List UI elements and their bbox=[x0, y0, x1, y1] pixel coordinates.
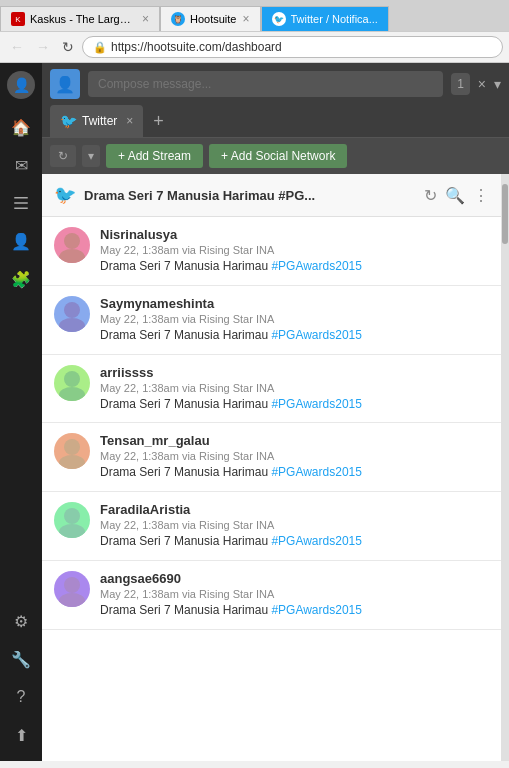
svg-point-1 bbox=[59, 249, 85, 263]
stream-controls: ↻ ▾ + Add Stream + Add Social Network bbox=[42, 138, 509, 174]
kaskus-tab-close[interactable]: × bbox=[142, 12, 149, 26]
add-stream-button[interactable]: + Add Stream bbox=[106, 144, 203, 168]
vertical-scrollbar[interactable] bbox=[501, 174, 509, 761]
twitter-tab-close-button[interactable]: × bbox=[126, 114, 133, 128]
tweet-item: Nisrinalusya May 22, 1:38am via Rising S… bbox=[42, 217, 501, 286]
sidebar-item-contacts[interactable]: 👤 bbox=[3, 223, 39, 259]
sidebar-item-settings[interactable]: ⚙ bbox=[3, 603, 39, 639]
tweet-hashtag-link[interactable]: #PGAwards2015 bbox=[271, 603, 362, 617]
svg-point-0 bbox=[64, 233, 80, 249]
compose-clear-button[interactable]: × bbox=[478, 76, 486, 92]
svg-point-6 bbox=[64, 439, 80, 455]
sidebar-item-help[interactable]: ? bbox=[3, 679, 39, 715]
tweet-avatar bbox=[54, 502, 90, 538]
tweet-username[interactable]: Tensan_mr_galau bbox=[100, 433, 489, 448]
stream-more-icon[interactable]: ⋮ bbox=[473, 186, 489, 205]
stream-title: Drama Seri 7 Manusia Harimau #PG... bbox=[84, 188, 416, 203]
tweet-avatar bbox=[54, 365, 90, 401]
sidebar: 👤 🏠 ✉ 👤 🧩 ⚙ 🔧 ? ⬆ bbox=[0, 63, 42, 761]
tweet-hashtag-link[interactable]: #PGAwards2015 bbox=[271, 397, 362, 411]
tab-twitter[interactable]: 🐦 Twitter / Notifica... bbox=[261, 6, 389, 31]
stream-dropdown-button[interactable]: ▾ bbox=[82, 145, 100, 167]
sidebar-bottom: ⚙ 🔧 ? ⬆ bbox=[3, 603, 39, 753]
twitter-tab-title: Twitter / Notifica... bbox=[291, 13, 378, 25]
compose-input[interactable] bbox=[88, 71, 443, 97]
tweet-content: arriissss May 22, 1:38am via Rising Star… bbox=[100, 365, 489, 413]
tweet-avatar bbox=[54, 296, 90, 332]
add-social-network-button[interactable]: + Add Social Network bbox=[209, 144, 347, 168]
tweet-item: FaradilaAristia May 22, 1:38am via Risin… bbox=[42, 492, 501, 561]
tab-bar: K Kaskus - The Largest Indo... × 🦉 Hoots… bbox=[0, 0, 509, 31]
tweet-hashtag-link[interactable]: #PGAwards2015 bbox=[271, 328, 362, 342]
app: 👤 🏠 ✉ 👤 🧩 ⚙ 🔧 ? ⬆ 👤 1 × ▾ bbox=[0, 63, 509, 761]
twitter-content-tab[interactable]: 🐦 Twitter × bbox=[50, 105, 143, 137]
tweet-content: aangsae6690 May 22, 1:38am via Rising St… bbox=[100, 571, 489, 619]
sidebar-user-avatar[interactable]: 👤 bbox=[7, 71, 35, 99]
tweet-avatar bbox=[54, 227, 90, 263]
kaskus-favicon: K bbox=[11, 12, 25, 26]
svg-point-2 bbox=[64, 302, 80, 318]
tweet-content: Tensan_mr_galau May 22, 1:38am via Risin… bbox=[100, 433, 489, 481]
stream-refresh-icon[interactable]: ↻ bbox=[424, 186, 437, 205]
forward-button[interactable]: → bbox=[32, 37, 54, 57]
tweet-avatar bbox=[54, 571, 90, 607]
sidebar-item-compose[interactable]: ✉ bbox=[3, 147, 39, 183]
tweet-item: Tensan_mr_galau May 22, 1:38am via Risin… bbox=[42, 423, 501, 492]
tweet-item: arriissss May 22, 1:38am via Rising Star… bbox=[42, 355, 501, 424]
tweet-text: Drama Seri 7 Manusia Harimau #PGAwards20… bbox=[100, 602, 489, 619]
tab-kaskus[interactable]: K Kaskus - The Largest Indo... × bbox=[0, 6, 160, 31]
tweet-text: Drama Seri 7 Manusia Harimau #PGAwards20… bbox=[100, 533, 489, 550]
compose-dropdown-button[interactable]: ▾ bbox=[494, 76, 501, 92]
address-bar-row: ← → ↻ 🔒 https://hootsuite.com/dashboard bbox=[0, 31, 509, 62]
tweet-meta: May 22, 1:38am via Rising Star INA bbox=[100, 519, 489, 531]
tweet-hashtag-link[interactable]: #PGAwards2015 bbox=[271, 534, 362, 548]
svg-point-4 bbox=[64, 371, 80, 387]
add-tab-button[interactable]: + bbox=[147, 111, 170, 132]
twitter-tab-bird-icon: 🐦 bbox=[60, 113, 77, 129]
tweet-username[interactable]: FaradilaAristia bbox=[100, 502, 489, 517]
tweet-meta: May 22, 1:38am via Rising Star INA bbox=[100, 450, 489, 462]
sidebar-item-publisher[interactable] bbox=[3, 185, 39, 221]
tweet-text: Drama Seri 7 Manusia Harimau #PGAwards20… bbox=[100, 464, 489, 481]
svg-point-3 bbox=[59, 318, 85, 332]
tweet-hashtag-link[interactable]: #PGAwards2015 bbox=[271, 259, 362, 273]
tab-hootsuite[interactable]: 🦉 Hootsuite × bbox=[160, 6, 261, 31]
svg-point-5 bbox=[59, 387, 85, 401]
content-tab-bar: 🐦 Twitter × + bbox=[42, 105, 509, 138]
scroll-thumb[interactable] bbox=[502, 184, 508, 244]
tweet-hashtag-link[interactable]: #PGAwards2015 bbox=[271, 465, 362, 479]
refresh-button[interactable]: ↻ bbox=[50, 145, 76, 167]
stream-area: 🐦 Drama Seri 7 Manusia Harimau #PG... ↻ … bbox=[42, 174, 509, 761]
sidebar-item-apps[interactable]: 🧩 bbox=[3, 261, 39, 297]
svg-point-11 bbox=[59, 593, 85, 607]
hootsuite-tab-close[interactable]: × bbox=[242, 12, 249, 26]
tweet-username[interactable]: aangsae6690 bbox=[100, 571, 489, 586]
twitter-tab-label: Twitter bbox=[82, 114, 117, 128]
address-bar[interactable]: 🔒 https://hootsuite.com/dashboard bbox=[82, 36, 503, 58]
stream-header: 🐦 Drama Seri 7 Manusia Harimau #PG... ↻ … bbox=[42, 174, 501, 217]
tweet-meta: May 22, 1:38am via Rising Star INA bbox=[100, 244, 489, 256]
reload-button[interactable]: ↻ bbox=[58, 37, 78, 57]
hootsuite-favicon: 🦉 bbox=[171, 12, 185, 26]
top-bar: 👤 1 × ▾ bbox=[42, 63, 509, 105]
tweet-username[interactable]: arriissss bbox=[100, 365, 489, 380]
tweet-meta: May 22, 1:38am via Rising Star INA bbox=[100, 588, 489, 600]
stream-search-icon[interactable]: 🔍 bbox=[445, 186, 465, 205]
stream-column: 🐦 Drama Seri 7 Manusia Harimau #PG... ↻ … bbox=[42, 174, 501, 761]
tweet-meta: May 22, 1:38am via Rising Star INA bbox=[100, 382, 489, 394]
sidebar-item-tools[interactable]: 🔧 bbox=[3, 641, 39, 677]
twitter-favicon: 🐦 bbox=[272, 12, 286, 26]
tweet-username[interactable]: Saymynameshinta bbox=[100, 296, 489, 311]
svg-point-10 bbox=[64, 577, 80, 593]
hootsuite-tab-title: Hootsuite bbox=[190, 13, 236, 25]
sidebar-item-logout[interactable]: ⬆ bbox=[3, 717, 39, 753]
back-button[interactable]: ← bbox=[6, 37, 28, 57]
tweet-text: Drama Seri 7 Manusia Harimau #PGAwards20… bbox=[100, 396, 489, 413]
sidebar-item-home[interactable]: 🏠 bbox=[3, 109, 39, 145]
compose-avatar: 👤 bbox=[50, 69, 80, 99]
char-count: 1 bbox=[451, 73, 470, 95]
tweet-item: aangsae6690 May 22, 1:38am via Rising St… bbox=[42, 561, 501, 630]
stream-twitter-icon: 🐦 bbox=[54, 184, 76, 206]
tweet-text: Drama Seri 7 Manusia Harimau #PGAwards20… bbox=[100, 258, 489, 275]
tweet-username[interactable]: Nisrinalusya bbox=[100, 227, 489, 242]
